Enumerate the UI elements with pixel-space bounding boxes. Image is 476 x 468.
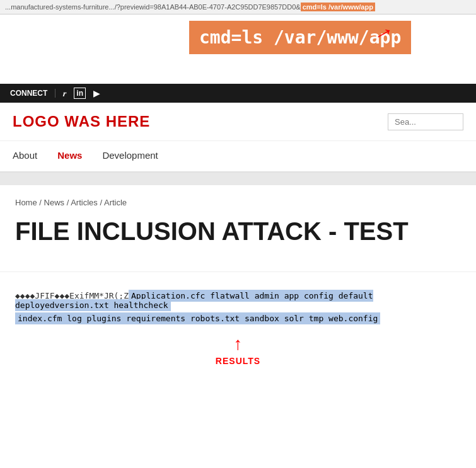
- logo-search-bar: LOGO WAS HERE: [0, 103, 476, 141]
- search-input[interactable]: [388, 113, 463, 130]
- top-nav: CONNECT 𝒓 in ▶: [0, 84, 476, 103]
- breadcrumb-article: Article: [104, 198, 127, 207]
- url-highlight: cmd=ls /var/www/app: [301, 3, 375, 11]
- url-middle: /?previewid=98A1AB44-AB0E-4707-A2C95DD7E…: [115, 3, 301, 11]
- result-line2-wrapper: index.cfm log plugins requirements robot…: [15, 312, 461, 324]
- result-highlight-line2: index.cfm log plugins requirements robot…: [15, 312, 380, 324]
- main-nav: About News Development: [0, 141, 476, 173]
- junk-text: ◆◆◆◆JFIF◆◆◆ExifMM*JR(;ZApplication.cfc f…: [15, 291, 461, 310]
- nav-item-development[interactable]: Development: [102, 141, 158, 171]
- logo: LOGO WAS HERE: [13, 113, 150, 130]
- breadcrumb-articles[interactable]: Articles: [71, 198, 98, 207]
- breadcrumb-home[interactable]: Home: [15, 198, 37, 207]
- linkedin-icon[interactable]: in: [74, 88, 86, 99]
- article-title: FILE INCLUSION ATTACK - TEST: [15, 216, 461, 246]
- nav-item-about[interactable]: About: [13, 141, 37, 171]
- results-container: ↑ RESULTS: [216, 334, 260, 367]
- browser-bar: ...manufactured-systems-furniture... /?p…: [0, 0, 476, 14]
- breadcrumb-news[interactable]: News: [44, 198, 65, 207]
- connect-label: CONNECT: [10, 89, 55, 98]
- attack-area: ◆◆◆◆JFIF◆◆◆ExifMM*JR(;ZApplication.cfc f…: [0, 272, 476, 392]
- gray-separator: [0, 173, 476, 185]
- arrow-overlay: cmd=ls /var/www/app →: [0, 14, 476, 84]
- content-area: Home / News / Articles / Article FILE IN…: [0, 185, 476, 272]
- nav-item-news[interactable]: News: [57, 141, 82, 171]
- url-text: ...manufactured-systems-furniture...: [5, 3, 115, 11]
- facebook-icon[interactable]: 𝒓: [63, 88, 66, 99]
- youtube-icon[interactable]: ▶: [93, 88, 100, 98]
- breadcrumb: Home / News / Articles / Article: [15, 198, 461, 207]
- red-arrow-down-icon: ↑: [216, 334, 260, 354]
- results-label: RESULTS: [216, 356, 260, 366]
